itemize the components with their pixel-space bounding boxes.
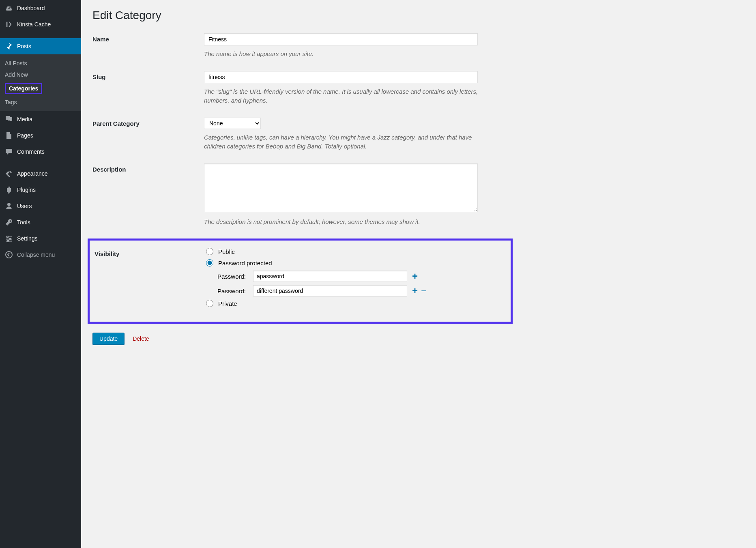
name-help: The name is how it appears on your site. [204, 49, 488, 59]
description-row: Description The description is not promi… [92, 163, 508, 227]
visibility-password-label: Password protected [218, 260, 272, 266]
submenu-all-posts[interactable]: All Posts [0, 58, 81, 69]
sidebar-label: Tools [17, 219, 30, 226]
password-input-2[interactable] [253, 285, 407, 297]
visibility-public-label: Public [218, 248, 235, 255]
visibility-private-radio[interactable] [206, 300, 213, 307]
users-icon [5, 202, 13, 210]
sidebar-item-appearance[interactable]: Appearance [0, 165, 81, 182]
sidebar-label: Media [17, 116, 32, 122]
collapse-icon [5, 251, 13, 259]
sidebar-item-settings[interactable]: Settings [0, 230, 81, 247]
visibility-highlight-box: Visibility Public Password protected Pas… [88, 239, 513, 324]
sidebar-label: Appearance [17, 170, 48, 177]
pin-icon [5, 42, 13, 50]
password-input-1[interactable] [253, 271, 407, 282]
plugins-icon [5, 186, 13, 194]
name-label: Name [92, 33, 204, 43]
sidebar-label: Posts [17, 43, 31, 49]
sidebar-item-users[interactable]: Users [0, 198, 81, 214]
parent-select[interactable]: None [204, 118, 261, 129]
settings-icon [5, 234, 13, 243]
posts-submenu: All Posts Add New Categories Tags [0, 54, 81, 111]
add-password-icon[interactable]: + [412, 286, 418, 296]
parent-row: Parent Category None Categories, unlike … [92, 118, 508, 151]
password-label-1: Password: [217, 273, 251, 280]
submenu-tags[interactable]: Tags [0, 97, 81, 108]
description-label: Description [92, 163, 204, 173]
visibility-password-radio[interactable] [206, 259, 213, 266]
dashboard-icon [5, 4, 13, 12]
sidebar-label: Dashboard [17, 5, 45, 11]
sidebar-item-dashboard[interactable]: Dashboard [0, 0, 81, 16]
submenu-categories[interactable]: Categories [0, 80, 81, 97]
tools-icon [5, 218, 13, 226]
slug-input[interactable] [204, 71, 478, 83]
submenu-add-new[interactable]: Add New [0, 69, 81, 80]
password-row-2: Password: + − [217, 285, 506, 297]
sidebar-item-tools[interactable]: Tools [0, 214, 81, 230]
sidebar-label: Plugins [17, 187, 36, 193]
media-icon [5, 115, 13, 123]
sidebar-item-pages[interactable]: Pages [0, 127, 81, 144]
sidebar-label: Comments [17, 148, 45, 155]
add-password-icon[interactable]: + [412, 271, 418, 281]
sidebar-item-kinsta-cache[interactable]: Kinsta Cache [0, 16, 81, 32]
sidebar-item-posts[interactable]: Posts [0, 38, 81, 54]
main-content: Edit Category Name The name is how it ap… [81, 0, 519, 548]
slug-row: Slug The "slug" is the URL-friendly vers… [92, 71, 508, 105]
sidebar-label: Kinsta Cache [17, 21, 51, 28]
name-row: Name The name is how it appears on your … [92, 33, 508, 59]
parent-help: Categories, unlike tags, can have a hier… [204, 133, 488, 151]
parent-label: Parent Category [92, 118, 204, 127]
categories-highlight: Categories [5, 83, 42, 94]
sidebar-label: Collapse menu [17, 251, 55, 258]
sidebar-item-plugins[interactable]: Plugins [0, 182, 81, 198]
visibility-private-label: Private [218, 300, 237, 307]
page-title: Edit Category [92, 9, 508, 22]
delete-link[interactable]: Delete [133, 335, 149, 342]
sidebar-item-collapse[interactable]: Collapse menu [0, 247, 81, 263]
visibility-public-radio[interactable] [206, 248, 213, 255]
sidebar-label: Settings [17, 235, 38, 242]
description-help: The description is not prominent by defa… [204, 217, 488, 227]
sidebar-label: Users [17, 203, 32, 209]
pages-icon [5, 131, 13, 140]
slug-help: The "slug" is the URL-friendly version o… [204, 87, 488, 105]
sidebar-label: Pages [17, 132, 33, 139]
remove-password-icon[interactable]: − [421, 286, 427, 296]
form-actions: Update Delete [92, 333, 508, 345]
password-label-2: Password: [217, 288, 251, 294]
kinsta-icon [5, 20, 13, 28]
appearance-icon [5, 170, 13, 178]
description-textarea[interactable] [204, 163, 478, 212]
sidebar-item-comments[interactable]: Comments [0, 144, 81, 160]
slug-label: Slug [92, 71, 204, 80]
admin-sidebar: Dashboard Kinsta Cache Posts All Posts A… [0, 0, 81, 548]
password-row-1: Password: + [217, 271, 506, 282]
comments-icon [5, 148, 13, 156]
sidebar-item-media[interactable]: Media [0, 111, 81, 127]
visibility-label: Visibility [94, 248, 206, 257]
update-button[interactable]: Update [92, 333, 125, 345]
svg-point-0 [6, 251, 12, 258]
name-input[interactable] [204, 33, 478, 45]
